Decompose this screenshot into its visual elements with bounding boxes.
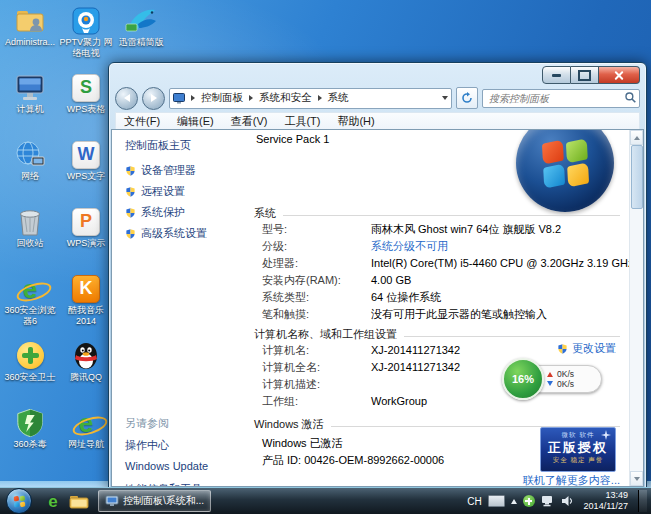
breadcrumb-system-security[interactable]: 系统和安全 xyxy=(259,91,312,105)
desktop-icon-recycle-bin[interactable]: 回收站 xyxy=(2,205,58,272)
wps-presentation-icon: P xyxy=(68,205,104,238)
desktop-icon-label: 腾讯QQ xyxy=(70,372,102,383)
start-button[interactable] xyxy=(6,488,32,514)
sidebar-action-center[interactable]: 操作中心 xyxy=(125,438,169,453)
section-computer-name-header: 计算机名称、域和工作组设置 xyxy=(254,327,620,342)
desktop-icon-administrator[interactable]: Administra... xyxy=(2,4,58,71)
taskbar-task-button-control-panel[interactable]: 控制面板\系统和... xyxy=(98,490,211,512)
sidebar-advanced-system-settings[interactable]: 高级系统设置 xyxy=(125,226,207,241)
taskbar-clock[interactable]: 13:49 2014/11/27 xyxy=(580,490,632,513)
network-tray-icon[interactable] xyxy=(541,495,555,507)
scrollbar-thumb[interactable] xyxy=(631,145,643,209)
desktop-icon-pptv[interactable]: PPTV聚力 网络电视 xyxy=(58,4,114,71)
service-pack-text: Service Pack 1 xyxy=(256,133,329,145)
hidden-icons-arrow[interactable] xyxy=(511,499,517,504)
360-safe-icon xyxy=(12,339,48,372)
sidebar-device-manager[interactable]: 设备管理器 xyxy=(125,163,196,178)
desktop-icon-label: 360安全浏览器6 xyxy=(2,305,58,327)
360-tray-icon[interactable] xyxy=(523,495,535,507)
memory-percent-ball[interactable]: 16% xyxy=(502,358,544,400)
minimize-button[interactable] xyxy=(542,66,571,84)
desktop-icon-thunder[interactable]: 迅雷精简版 xyxy=(112,4,170,71)
taskbar-browser-icon[interactable]: e xyxy=(40,489,66,513)
sidebar-item-label: 远程设置 xyxy=(141,184,185,199)
search-box xyxy=(482,88,640,108)
desktop-icon-360-antivirus[interactable]: 360杀毒 xyxy=(2,406,58,473)
maximize-button[interactable] xyxy=(571,66,599,84)
desktop-icon-qq[interactable]: 腾讯QQ xyxy=(58,339,114,406)
speed-ball-widget[interactable]: 0K/s 0K/s 16% xyxy=(502,358,602,400)
row-rating: 分级:系统分级不可用 xyxy=(262,239,448,254)
row-processor: 处理器:Intel(R) Core(TM) i5-4460 CPU @ 3.20… xyxy=(262,256,633,271)
menu-help[interactable]: 帮助(H) xyxy=(337,114,374,129)
show-desktop-button[interactable] xyxy=(638,490,647,513)
breadcrumb-control-panel[interactable]: 控制面板 xyxy=(201,91,243,105)
section-system-header: 系统 xyxy=(254,206,620,221)
learn-more-online-link[interactable]: 联机了解更多内容... xyxy=(523,473,620,487)
desktop-icon-kuwo-music[interactable]: K 酷我音乐2014 xyxy=(58,272,114,339)
desktop-icon-label: 网址导航 xyxy=(68,439,104,450)
menu-tools[interactable]: 工具(T) xyxy=(284,114,320,129)
sidebar-item-label: 高级系统设置 xyxy=(141,226,207,241)
language-indicator[interactable]: CH xyxy=(467,496,481,507)
search-input[interactable] xyxy=(482,89,640,108)
qq-penguin-icon xyxy=(68,339,104,372)
desktop-icon-label: 网络 xyxy=(21,171,39,182)
desktop-icon-column-2: PPTV聚力 网络电视 S WPS表格 W WPS文字 P WPS演示 K 酷我… xyxy=(58,4,114,473)
keyboard-icon[interactable] xyxy=(488,495,505,507)
desktop-icon-wps-writer[interactable]: W WPS文字 xyxy=(58,138,114,205)
volume-icon[interactable] xyxy=(561,495,574,507)
desktop-icon-site-navigation[interactable]: e 网址导航 xyxy=(58,406,114,473)
site-navigation-icon: e xyxy=(68,406,104,439)
network-icon xyxy=(12,138,48,171)
uac-shield-icon xyxy=(125,165,136,177)
row-computer-description: 计算机描述: xyxy=(262,377,371,392)
menu-view[interactable]: 查看(V) xyxy=(231,114,268,129)
address-bar[interactable]: 控制面板 系统和安全 系统 xyxy=(169,88,452,109)
desktop-icon-label: 360安全卫士 xyxy=(4,372,55,383)
address-dropdown-icon[interactable] xyxy=(442,96,448,100)
desktop-icon-360-safe[interactable]: 360安全卫士 xyxy=(2,339,58,406)
desktop-icon-computer[interactable]: 计算机 xyxy=(2,71,58,138)
desktop-icon-label: Administra... xyxy=(5,37,55,48)
sidebar: 控制面板主页 设备管理器 远程设置 系统保护 高级系统设置 另请参阅 xyxy=(112,130,239,486)
vertical-scrollbar[interactable] xyxy=(629,130,643,486)
desktop-icon-360-browser[interactable]: e 360安全浏览器6 xyxy=(2,272,58,339)
window-content: 控制面板主页 设备管理器 远程设置 系统保护 高级系统设置 另请参阅 xyxy=(111,129,644,487)
close-button[interactable] xyxy=(599,66,640,84)
desktop-icon-label: 计算机 xyxy=(17,104,44,115)
row-ram: 安装内存(RAM):4.00 GB xyxy=(262,273,411,288)
refresh-button[interactable] xyxy=(456,87,478,109)
row-model: 型号:雨林木风 Ghost win7 64位 旗舰版 V8.2 xyxy=(262,222,561,237)
scroll-up-button[interactable] xyxy=(630,130,643,145)
forward-button[interactable] xyxy=(142,87,165,110)
up-arrow-icon xyxy=(547,372,553,377)
desktop-icon-wps-spreadsheet[interactable]: S WPS表格 xyxy=(58,71,114,138)
scroll-down-button[interactable] xyxy=(630,471,643,486)
desktop-icon-wps-presentation[interactable]: P WPS演示 xyxy=(58,205,114,272)
thunder-bird-icon xyxy=(123,4,159,37)
upload-speed: 0K/s xyxy=(547,370,595,379)
desktop-icon-label: 回收站 xyxy=(17,238,44,249)
change-settings-link[interactable]: 更改设置 xyxy=(557,341,616,356)
rating-unavailable-link[interactable]: 系统分级不可用 xyxy=(371,240,448,252)
menu-file[interactable]: 文件(F) xyxy=(124,114,160,129)
back-button[interactable] xyxy=(115,87,138,110)
sidebar-remote-settings[interactable]: 远程设置 xyxy=(125,184,185,199)
sidebar-control-panel-home[interactable]: 控制面板主页 xyxy=(125,138,191,153)
menu-edit[interactable]: 编辑(E) xyxy=(177,114,214,129)
row-computer-full-name: 计算机全名:XJ-201411271342 xyxy=(262,360,460,375)
taskbar-explorer-icon[interactable] xyxy=(66,489,92,513)
sidebar-system-protection[interactable]: 系统保护 xyxy=(125,205,185,220)
row-computer-name: 计算机名:XJ-201411271342 xyxy=(262,343,460,358)
row-workgroup: 工作组:WorkGroup xyxy=(262,394,427,409)
genuine-software-badge[interactable]: 微软 软件 正版授权 安全 稳定 声誉 xyxy=(540,427,616,472)
sidebar-windows-update[interactable]: Windows Update xyxy=(125,460,208,472)
window-caption-buttons xyxy=(542,66,640,84)
breadcrumb-system[interactable]: 系统 xyxy=(328,91,349,105)
desktop-icon-label: 酷我音乐2014 xyxy=(58,305,114,327)
activation-status: Windows 已激活 xyxy=(262,436,343,451)
desktop-icon-label: 迅雷精简版 xyxy=(119,37,164,48)
system-window-icon xyxy=(105,495,119,507)
desktop-icon-network[interactable]: 网络 xyxy=(2,138,58,205)
